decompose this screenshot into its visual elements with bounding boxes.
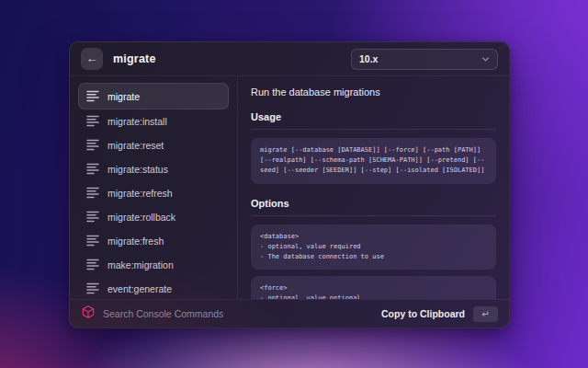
sidebar-item-migrate-install[interactable]: migrate:install [79,109,228,132]
chevron-down-icon [481,55,490,63]
console-lines-icon [86,90,99,102]
usage-heading: Usage [251,111,496,122]
enter-key-badge: ↵ [473,306,498,322]
divider [251,215,496,216]
sidebar-item-label: migrate:refresh [107,188,173,199]
command-sidebar: migrate migrate:install migrate:reset mi… [70,76,238,299]
console-lines-icon [86,115,99,127]
sidebar-item-label: migrate:rollback [107,212,175,223]
console-lines-icon [86,211,99,223]
enter-key-icon: ↵ [481,309,489,319]
copy-to-clipboard-button[interactable]: Copy to Clipboard ↵ [381,306,498,322]
console-lines-icon [86,187,99,199]
console-lines-icon [86,139,99,151]
sidebar-item-label: migrate:install [107,116,167,127]
window-footer: Search Console Commands Copy to Clipboar… [70,299,509,328]
options-heading: Options [251,198,496,209]
sidebar-item-label: make:migration [107,259,174,270]
sidebar-item-migrate-rollback[interactable]: migrate:rollback [79,205,228,228]
window-body: migrate migrate:install migrate:reset mi… [70,76,509,299]
sidebar-item-migrate-fresh[interactable]: migrate:fresh [79,229,228,252]
divider [251,129,496,130]
option-database-block: <database> - optional, value required - … [251,224,496,270]
footer-brand-label: Search Console Commands [103,308,223,319]
copy-to-clipboard-label: Copy to Clipboard [381,308,465,319]
window-header: ← migrate 10.x [70,42,509,76]
option-force-block: <force> - optional, value optional - For… [251,276,496,299]
sidebar-item-label: migrate:fresh [107,236,164,247]
command-detail-panel: Run the database migrations Usage migrat… [238,76,509,299]
version-select-value: 10.x [359,53,378,64]
console-lines-icon [86,163,99,175]
usage-code-block: migrate [--database [DATABASE]] [--force… [251,138,496,184]
footer-brand: Search Console Commands [81,305,223,323]
page-title: migrate [113,52,156,65]
sidebar-item-label: migrate:reset [107,140,164,151]
sidebar-item-make-migration[interactable]: make:migration [79,253,228,276]
sidebar-item-migrate-status[interactable]: migrate:status [79,157,228,180]
sidebar-item-label: migrate:status [107,164,168,175]
sidebar-item-event-generate[interactable]: event:generate [79,277,228,299]
sidebar-item-migrate[interactable]: migrate [78,83,229,109]
laravel-logo-icon [81,305,96,323]
sidebar-item-label: event:generate [107,283,172,294]
back-button[interactable]: ← [81,48,103,70]
sidebar-item-migrate-reset[interactable]: migrate:reset [79,133,228,156]
console-lines-icon [86,235,99,247]
command-description: Run the database migrations [251,86,496,98]
console-lines-icon [86,282,99,294]
sidebar-item-label: migrate [107,91,140,102]
version-select[interactable]: 10.x [351,49,498,70]
command-palette-window: ← migrate 10.x migrate migrate:install m… [69,41,510,328]
arrow-left-icon: ← [86,48,98,70]
sidebar-item-migrate-refresh[interactable]: migrate:refresh [79,181,228,204]
console-lines-icon [86,259,99,270]
